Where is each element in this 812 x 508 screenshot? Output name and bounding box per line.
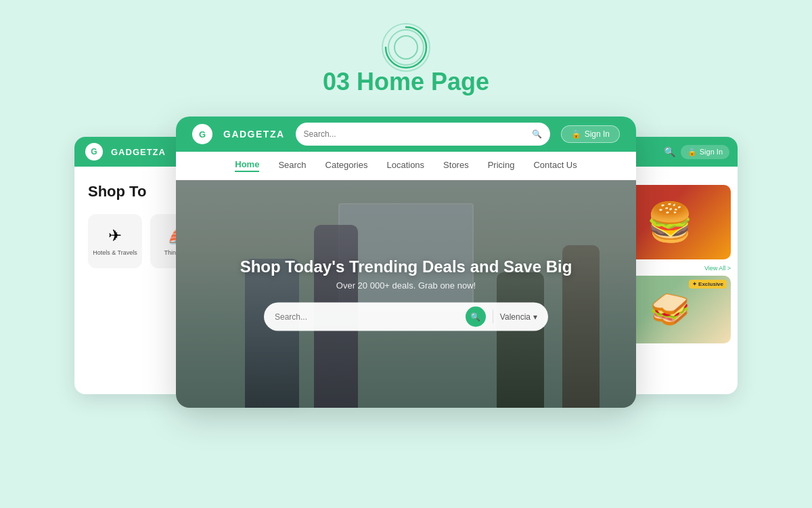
hero-overlay: Shop Today's Trending Deals and Save Big…	[222, 257, 590, 331]
main-search-icon: 🔍	[532, 129, 542, 139]
main-logo-circle: G	[192, 124, 212, 144]
nav-home[interactable]: Home	[235, 159, 259, 172]
lock-icon: 🔒	[687, 148, 697, 156]
hero-location[interactable]: Valencia ▾	[500, 312, 537, 322]
spiral-icon	[379, 20, 433, 75]
left-brand: GADGETZA	[111, 147, 166, 157]
cards-container: G GADGETZA Home Shop To ✈ Hotels & Trave…	[102, 117, 710, 428]
nav-contact[interactable]: Contact Us	[533, 160, 577, 171]
main-lock-icon: 🔒	[571, 129, 581, 139]
page-header: 03 Home Page	[323, 20, 489, 96]
main-signin-button[interactable]: 🔒 Sign In	[561, 125, 620, 143]
nav-pricing[interactable]: Pricing	[488, 160, 515, 171]
search-divider	[493, 310, 493, 324]
category-travel[interactable]: ✈ Hotels & Travels	[88, 214, 142, 268]
hero-search-icon: 🔍	[470, 312, 480, 322]
travel-label: Hotels & Travels	[93, 249, 137, 256]
page-title: 03 Home Page	[323, 68, 489, 96]
hero-area: Shop Today's Trending Deals and Save Big…	[176, 180, 636, 408]
chevron-down-icon: ▾	[533, 312, 537, 322]
hero-search-bar: 🔍 Valencia ▾	[264, 303, 548, 331]
left-logo-circle: G	[85, 143, 103, 161]
hero-search-button[interactable]: 🔍	[466, 307, 486, 327]
nav-locations[interactable]: Locations	[386, 160, 424, 171]
right-signin-button[interactable]: 🔒 Sign In	[681, 145, 729, 159]
main-brand: GADGETZA	[223, 129, 285, 140]
nav-categories[interactable]: Categories	[325, 160, 368, 171]
view-all-link[interactable]: View All >	[704, 265, 731, 272]
main-search-bar: 🔍	[296, 123, 550, 146]
sandwich-icon: 🥪	[650, 291, 690, 329]
svg-point-2	[394, 36, 418, 59]
main-nav-bar: Home Search Categories Locations Stores …	[176, 152, 636, 180]
main-card-header: G GADGETZA 🔍 🔒 Sign In	[176, 117, 636, 152]
nav-search[interactable]: Search	[278, 160, 306, 171]
hero-search-input[interactable]	[275, 312, 459, 322]
svg-point-0	[382, 24, 430, 71]
hero-subtitle: Over 20 000+ deals. Grab one now!	[222, 280, 590, 291]
travel-icon: ✈	[108, 226, 122, 245]
exclusive-badge: ✦ Exclusive	[689, 280, 727, 289]
right-search-icon: 🔍	[664, 146, 675, 157]
burger-icon: 🍔	[646, 203, 694, 241]
svg-point-1	[388, 30, 424, 65]
nav-stores[interactable]: Stores	[443, 160, 469, 171]
main-card: G GADGETZA 🔍 🔒 Sign In Home Search Categ…	[176, 117, 636, 408]
main-search-input[interactable]	[304, 129, 526, 139]
hero-title: Shop Today's Trending Deals and Save Big	[222, 257, 590, 276]
